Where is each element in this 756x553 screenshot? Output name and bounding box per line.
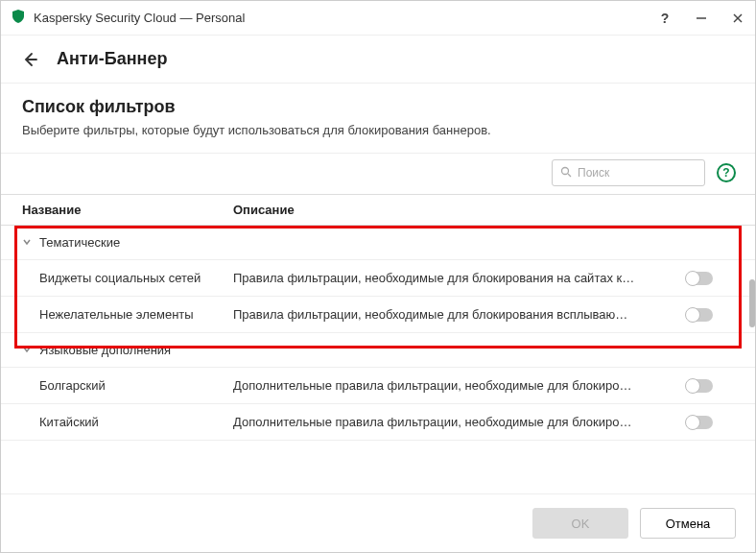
column-description: Описание — [233, 203, 686, 217]
header: Анти-Баннер — [1, 36, 755, 84]
group-label: Языковые дополнения — [39, 343, 171, 357]
group-row-language[interactable]: Языковые дополнения — [1, 333, 755, 368]
filter-row-social-widgets: Виджеты социальных сетей Правила фильтра… — [1, 260, 755, 297]
filter-name: Виджеты социальных сетей — [39, 271, 233, 285]
filter-toggle[interactable] — [686, 272, 713, 285]
scrollbar-thumb[interactable] — [749, 279, 755, 327]
search-input[interactable] — [578, 166, 721, 180]
svg-point-3 — [562, 167, 569, 174]
chevron-down-icon — [22, 345, 32, 356]
table-header: Название Описание — [1, 194, 755, 226]
filter-row-unwanted-elements: Нежелательные элементы Правила фильтраци… — [1, 297, 755, 333]
filter-description: Правила фильтрации, необходимые для блок… — [233, 271, 686, 285]
filter-description: Правила фильтрации, необходимые для блок… — [233, 307, 686, 322]
cancel-button[interactable]: Отмена — [640, 508, 736, 539]
table-body: Тематические Виджеты социальных сетей Пр… — [1, 226, 755, 493]
filter-toggle[interactable] — [686, 379, 713, 393]
filter-name: Китайский — [39, 415, 233, 429]
info-help-icon[interactable]: ? — [717, 163, 736, 182]
app-shield-icon — [11, 9, 26, 27]
group-row-thematic[interactable]: Тематические — [1, 226, 755, 260]
chevron-down-icon — [22, 237, 32, 249]
close-button[interactable] — [728, 9, 747, 28]
filter-description: Дополнительные правила фильтрации, необх… — [233, 378, 686, 393]
filter-name: Болгарский — [39, 378, 233, 393]
filter-row-bulgarian: Болгарский Дополнительные правила фильтр… — [1, 368, 755, 404]
help-button[interactable]: ? — [655, 9, 674, 28]
toolbar: ? — [1, 153, 755, 194]
subheader: Список фильтров Выберите фильтры, которы… — [1, 84, 755, 153]
filter-name: Нежелательные элементы — [39, 307, 233, 322]
app-title: Kaspersky Security Cloud — Personal — [34, 11, 655, 25]
search-box[interactable] — [552, 159, 705, 186]
footer: OK Отмена — [1, 493, 755, 552]
back-button[interactable] — [16, 46, 43, 73]
page-description: Выберите фильтры, которые будут использо… — [22, 123, 734, 137]
page-title: Список фильтров — [22, 97, 734, 117]
column-name: Название — [22, 203, 233, 217]
titlebar: Kaspersky Security Cloud — Personal ? — [1, 1, 755, 36]
filter-toggle[interactable] — [686, 308, 713, 322]
minimize-button[interactable] — [692, 9, 711, 28]
section-title: Анти-Баннер — [57, 49, 167, 69]
filter-row-chinese: Китайский Дополнительные правила фильтра… — [1, 404, 755, 441]
group-label: Тематические — [39, 235, 120, 250]
filter-toggle[interactable] — [686, 416, 713, 429]
ok-button[interactable]: OK — [532, 508, 628, 539]
search-icon — [560, 166, 572, 180]
filter-description: Дополнительные правила фильтрации, необх… — [233, 415, 686, 429]
svg-line-4 — [568, 174, 571, 177]
